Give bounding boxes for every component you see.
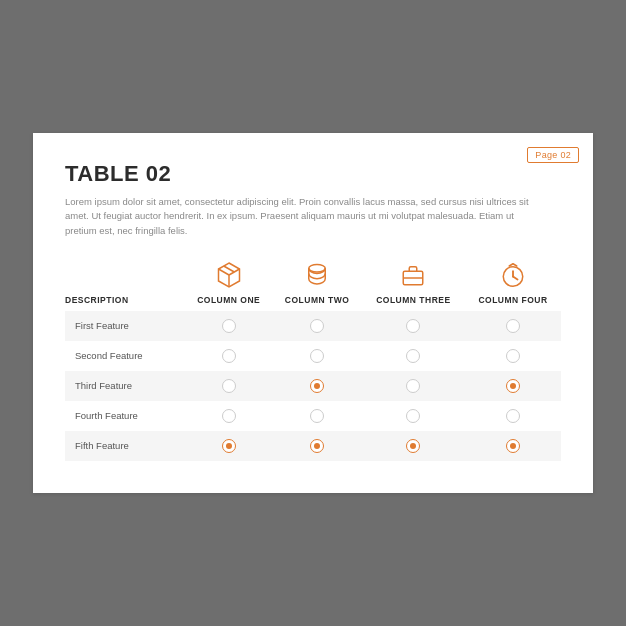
radio-indicator bbox=[222, 349, 236, 363]
col-icon-one: COLUMN ONE bbox=[185, 260, 272, 305]
row-value bbox=[362, 431, 465, 461]
row-value bbox=[362, 311, 465, 341]
col-header-description: DESCRIPTION bbox=[65, 260, 185, 311]
card: Page 02 TABLE 02 Lorem ipsum dolor sit a… bbox=[33, 133, 593, 493]
row-value bbox=[185, 401, 272, 431]
radio-indicator bbox=[506, 379, 520, 393]
col-icon-four: COLUMN FOUR bbox=[465, 260, 561, 305]
table-row: Second Feature bbox=[65, 341, 561, 371]
row-label: Second Feature bbox=[65, 341, 185, 371]
row-label: Third Feature bbox=[65, 371, 185, 401]
row-value bbox=[185, 311, 272, 341]
col-header-four: COLUMN FOUR bbox=[465, 260, 561, 311]
col-icon-three: COLUMN THREE bbox=[362, 260, 465, 305]
row-value bbox=[465, 341, 561, 371]
radio-indicator bbox=[310, 439, 324, 453]
row-value bbox=[465, 431, 561, 461]
radio-indicator bbox=[506, 319, 520, 333]
radio-indicator bbox=[222, 319, 236, 333]
svg-line-2 bbox=[218, 269, 229, 275]
radio-indicator bbox=[506, 409, 520, 423]
database-icon bbox=[302, 260, 332, 290]
row-label: First Feature bbox=[65, 311, 185, 341]
svg-line-4 bbox=[223, 266, 234, 272]
col-header-three: COLUMN THREE bbox=[362, 260, 465, 311]
page-badge: Page 02 bbox=[527, 147, 579, 163]
row-value bbox=[465, 401, 561, 431]
svg-point-5 bbox=[309, 264, 326, 272]
radio-indicator bbox=[222, 379, 236, 393]
col-header-two: COLUMN TWO bbox=[272, 260, 361, 311]
radio-indicator bbox=[406, 439, 420, 453]
col-icon-two: COLUMN TWO bbox=[272, 260, 361, 305]
row-value bbox=[465, 311, 561, 341]
row-value bbox=[362, 401, 465, 431]
col-header-one: COLUMN ONE bbox=[185, 260, 272, 311]
table-body: First FeatureSecond FeatureThird Feature… bbox=[65, 311, 561, 461]
row-value bbox=[185, 341, 272, 371]
radio-indicator bbox=[310, 379, 324, 393]
radio-indicator bbox=[222, 439, 236, 453]
row-value bbox=[185, 431, 272, 461]
row-value bbox=[272, 371, 361, 401]
radio-indicator bbox=[406, 379, 420, 393]
radio-indicator bbox=[310, 349, 324, 363]
radio-indicator bbox=[406, 349, 420, 363]
row-label: Fifth Feature bbox=[65, 431, 185, 461]
row-value bbox=[272, 311, 361, 341]
clock-icon bbox=[498, 260, 528, 290]
radio-indicator bbox=[222, 409, 236, 423]
row-value bbox=[272, 431, 361, 461]
table-row: Fifth Feature bbox=[65, 431, 561, 461]
row-value bbox=[362, 341, 465, 371]
row-value bbox=[362, 371, 465, 401]
table-title: TABLE 02 bbox=[65, 161, 561, 187]
table-header-row: DESCRIPTION COLUMN ONE bbox=[65, 260, 561, 311]
row-label: Fourth Feature bbox=[65, 401, 185, 431]
table-row: Fourth Feature bbox=[65, 401, 561, 431]
radio-indicator bbox=[506, 349, 520, 363]
radio-indicator bbox=[310, 409, 324, 423]
row-value bbox=[465, 371, 561, 401]
radio-indicator bbox=[406, 319, 420, 333]
row-value bbox=[185, 371, 272, 401]
radio-indicator bbox=[406, 409, 420, 423]
box-icon bbox=[214, 260, 244, 290]
radio-indicator bbox=[506, 439, 520, 453]
row-value bbox=[272, 401, 361, 431]
table-description: Lorem ipsum dolor sit amet, consectetur … bbox=[65, 195, 545, 238]
radio-indicator bbox=[310, 319, 324, 333]
svg-line-10 bbox=[513, 276, 518, 279]
comparison-table: DESCRIPTION COLUMN ONE bbox=[65, 260, 561, 461]
table-row: Third Feature bbox=[65, 371, 561, 401]
briefcase-icon bbox=[398, 260, 428, 290]
table-row: First Feature bbox=[65, 311, 561, 341]
row-value bbox=[272, 341, 361, 371]
